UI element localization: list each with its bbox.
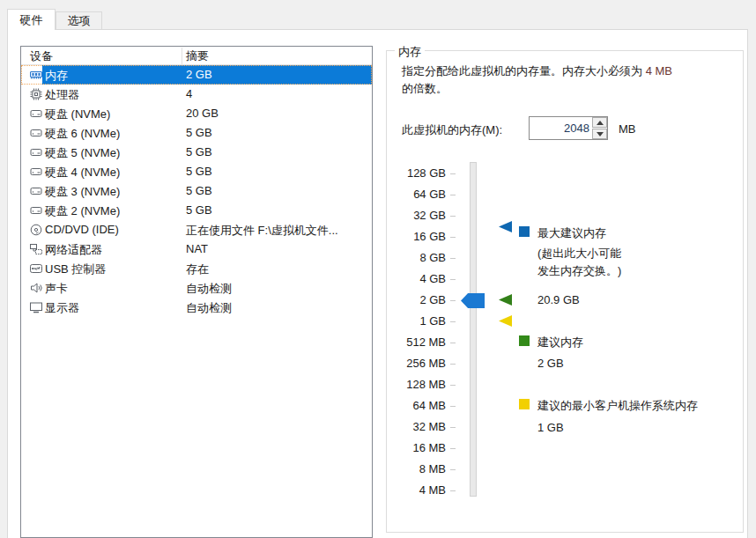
- device-name: 硬盘 5 (NVMe): [45, 145, 120, 161]
- network-icon: [29, 242, 43, 256]
- scale-label: 8 GB: [388, 247, 446, 269]
- device-name: 网络适配器: [45, 242, 102, 258]
- device-name: CD/DVD (IDE): [45, 223, 119, 236]
- memory-description: 指定分配给此虚拟机的内存量。内存大小必须为 4 MB 的倍数。: [402, 63, 737, 98]
- device-name: 内存: [45, 68, 68, 84]
- max-memory-note-line1: (超出此大小可能: [537, 246, 621, 262]
- device-summary: 2 GB: [186, 68, 212, 81]
- device-summary: 正在使用文件 F:\虚拟机文件...: [186, 223, 338, 239]
- scale-label: 32 GB: [388, 205, 446, 226]
- spin-up-button[interactable]: [592, 117, 607, 128]
- device-summary: 存在: [186, 262, 209, 277]
- column-divider[interactable]: [182, 48, 182, 64]
- scale-tick: [450, 448, 456, 449]
- device-row-6[interactable]: 硬盘 4 (NVMe)5 GB: [21, 162, 372, 181]
- cpu-icon: [29, 87, 43, 101]
- device-name: 声卡: [45, 281, 68, 297]
- disk-icon: [29, 165, 43, 179]
- scale-label: 64 MB: [388, 395, 446, 416]
- memory-multiple-value: 4 MB: [646, 64, 672, 77]
- device-name: 硬盘 (NVMe): [45, 107, 110, 122]
- device-list: 设备 摘要 内存2 GB处理器4硬盘 (NVMe)20 GB硬盘 6 (NVMe…: [20, 46, 373, 538]
- device-row-10[interactable]: 网络适配器NAT: [21, 240, 372, 259]
- tab-hardware[interactable]: 硬件: [7, 9, 56, 30]
- vm-settings-dialog: 硬件 选项 设备 摘要 内存2 GB处理器4硬盘 (NVMe)20 GB硬盘 6…: [0, 0, 756, 538]
- disk-icon: [29, 184, 43, 198]
- device-summary: 5 GB: [186, 126, 212, 139]
- device-summary: 5 GB: [186, 184, 212, 197]
- max-memory-label: 最大建议内存: [537, 225, 606, 241]
- device-summary: 5 GB: [186, 165, 212, 178]
- device-summary: NAT: [186, 242, 208, 255]
- device-summary: 自动检测: [186, 281, 232, 297]
- max-memory-note-line2: 发生内存交换。): [537, 263, 621, 279]
- device-summary: 20 GB: [186, 107, 219, 120]
- spin-down-icon: [597, 132, 604, 136]
- device-list-header: 设备 摘要: [21, 47, 372, 65]
- device-summary: 4: [186, 87, 192, 100]
- scale-tick: [450, 385, 456, 386]
- scale-tick: [450, 427, 456, 428]
- disk-icon: [29, 145, 43, 159]
- device-name: 显示器: [45, 300, 79, 316]
- device-row-5[interactable]: 硬盘 5 (NVMe)5 GB: [21, 143, 372, 162]
- device-row-3[interactable]: 硬盘 (NVMe)20 GB: [21, 104, 372, 123]
- column-header-device[interactable]: 设备: [30, 48, 53, 64]
- column-header-summary[interactable]: 摘要: [186, 48, 209, 64]
- spin-down-button[interactable]: [592, 129, 607, 139]
- device-row-8[interactable]: 硬盘 2 (NVMe)5 GB: [21, 201, 372, 220]
- device-name: 硬盘 6 (NVMe): [45, 126, 120, 142]
- scale-label: 256 MB: [388, 353, 446, 374]
- scale-label: 64 GB: [388, 184, 446, 205]
- scale-label: 2 GB: [388, 290, 446, 311]
- scale-tick: [450, 469, 456, 470]
- memory-slider-track[interactable]: [470, 162, 477, 497]
- recommended-memory-label: 建议内存: [537, 335, 583, 350]
- device-row-12[interactable]: 声卡自动检测: [21, 278, 372, 298]
- device-row-1[interactable]: 内存2 GB: [21, 65, 372, 85]
- recommended-memory-value: 2 GB: [537, 357, 564, 370]
- scale-tick: [450, 173, 456, 174]
- scale-tick: [450, 364, 456, 365]
- device-row-7[interactable]: 硬盘 3 (NVMe)5 GB: [21, 181, 372, 201]
- device-row-11[interactable]: USB 控制器存在: [21, 259, 372, 278]
- recommended-memory-legend-icon: [519, 335, 530, 346]
- display-icon: [29, 300, 43, 314]
- device-summary: 5 GB: [186, 145, 212, 158]
- device-row-4[interactable]: 硬盘 6 (NVMe)5 GB: [21, 123, 372, 143]
- sound-icon: [29, 281, 43, 295]
- device-row-9[interactable]: CD/DVD (IDE)正在使用文件 F:\虚拟机文件...: [21, 220, 372, 240]
- spin-up-icon: [597, 121, 604, 125]
- scale-label: 16 MB: [388, 438, 446, 459]
- device-summary: 自动检测: [186, 300, 232, 316]
- disk-icon: [29, 126, 43, 140]
- scale-label: 16 GB: [388, 226, 446, 247]
- tab-options[interactable]: 选项: [56, 11, 102, 29]
- scale-tick: [450, 406, 456, 407]
- minimum-memory-value: 1 GB: [537, 421, 564, 434]
- scale-tick: [450, 237, 456, 238]
- ram-icon: [29, 68, 43, 82]
- scale-tick: [450, 300, 456, 301]
- device-row-13[interactable]: 显示器自动检测: [21, 298, 372, 317]
- device-rows: 内存2 GB处理器4硬盘 (NVMe)20 GB硬盘 6 (NVMe)5 GB硬…: [21, 65, 372, 317]
- scale-label: 4 GB: [388, 269, 446, 290]
- scale-tick: [450, 343, 456, 343]
- scale-label: 32 MB: [388, 416, 446, 438]
- disk-icon: [29, 203, 43, 217]
- scale-label: 1 GB: [388, 311, 446, 332]
- scale-tick: [450, 195, 456, 195]
- usb-icon: [29, 262, 43, 276]
- device-row-2[interactable]: 处理器4: [21, 85, 372, 104]
- memory-input-label: 此虚拟机的内存(M):: [402, 122, 502, 138]
- scale-label: 128 MB: [388, 374, 446, 395]
- scale-tick: [450, 321, 456, 322]
- device-name: 硬盘 2 (NVMe): [45, 203, 120, 219]
- memory-groupbox-title: 内存: [395, 44, 425, 60]
- max-memory-value: 20.9 GB: [537, 293, 580, 306]
- memory-spinbox: [529, 116, 608, 140]
- scale-label: 4 MB: [388, 480, 446, 501]
- scale-label: 128 GB: [388, 163, 446, 184]
- device-summary: 5 GB: [186, 203, 212, 217]
- memory-input[interactable]: [530, 117, 592, 139]
